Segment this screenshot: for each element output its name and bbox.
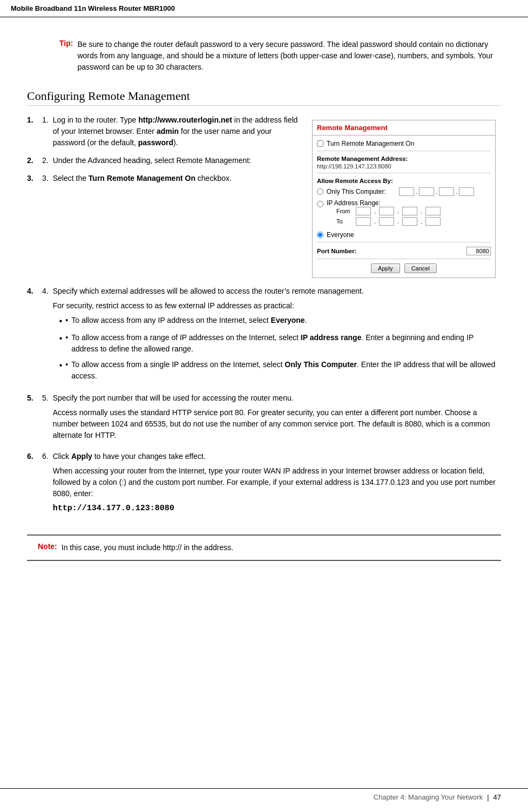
rm-access-label: Allow Remote Access By: (317, 178, 491, 184)
rm-from-ip3[interactable] (402, 207, 417, 215)
rm-only-this-row[interactable]: Only This Computer: . . . (317, 187, 491, 196)
bullet1-before: To allow access from any IP address on t… (71, 316, 270, 324)
bullet1-bold: Everyone (271, 316, 305, 324)
page-footer: Chapter 4: Managing Your Network | 47 (0, 788, 528, 801)
rm-checkbox[interactable] (317, 140, 323, 147)
rm-ip-range-row[interactable]: IP Address Range: From . . (317, 199, 491, 228)
rm-address-group: Remote Management Address: http://198.12… (317, 155, 491, 173)
rm-address-label: Remote Management Address: (317, 155, 491, 162)
step-2: 2. Under the Advanced heading, select Re… (27, 155, 301, 166)
step6-subtext: When accessing your router from the Inte… (53, 465, 501, 499)
step2-text: Under the Advanced heading, select Remot… (53, 156, 251, 165)
page-header: Mobile Broadband 11n Wireless Router MBR… (0, 0, 528, 17)
step6-text-end: to have your changes take effect. (92, 452, 206, 461)
rm-panel-title: Remote Management (313, 120, 495, 136)
rm-to-ip1[interactable] (356, 217, 371, 226)
rm-everyone-row[interactable]: Everyone (317, 231, 491, 242)
rm-ip3[interactable] (439, 187, 454, 196)
footer-separator: | (487, 793, 489, 801)
step-4: 4. Specify which external addresses will… (27, 286, 501, 386)
rm-checkbox-label: Turn Remote Management On (327, 140, 414, 147)
rm-ip4[interactable] (459, 187, 474, 196)
bullet-1: • To allow access from any IP address on… (59, 315, 501, 328)
step1-bold2: admin (157, 127, 179, 136)
step-1: 1. Log in to the router. Type http://www… (27, 114, 301, 148)
bullet1-end: . (305, 316, 307, 324)
step-3: 3. Select the Turn Remote Management On … (27, 173, 301, 184)
step5-text: Specify the port number that will be use… (53, 393, 501, 404)
tip-box: Tip: Be sure to change the router defaul… (59, 39, 501, 73)
step-6: 6. Click Apply to have your changes take… (27, 451, 501, 518)
bullet2-bold: IP address range (301, 333, 362, 342)
bullet2-before: To allow access from a range of IP addre… (71, 333, 301, 342)
note-label: Note: (38, 542, 57, 553)
rm-to-ip2[interactable] (379, 217, 394, 226)
bullet3-bold: Only This Computer (285, 360, 357, 369)
section-title: Configuring Remote Management (27, 89, 501, 106)
rm-everyone-label: Everyone (327, 231, 354, 239)
step1-bold3: password (138, 138, 173, 147)
rm-apply-button[interactable]: Apply (371, 263, 400, 273)
bullet-2: • To allow access from a range of IP add… (59, 332, 501, 355)
rm-to-ip3[interactable] (402, 217, 417, 226)
rm-to-ip4[interactable] (425, 217, 441, 226)
rm-ip1[interactable] (399, 187, 414, 196)
rm-checkbox-row[interactable]: Turn Remote Management On (317, 140, 491, 151)
tip-text: Be sure to change the router default pas… (77, 39, 501, 73)
rm-from-ip1[interactable] (356, 207, 371, 215)
step5-subtext: Access normally uses the standard HTTP s… (53, 407, 501, 441)
rm-buttons: Apply Cancel (317, 263, 491, 273)
rm-only-this-ip: . . . (399, 187, 474, 196)
rm-cancel-button[interactable]: Cancel (404, 263, 437, 273)
rm-to-label: To (336, 218, 353, 225)
step6-url: http://134.177.0.123:8080 (53, 503, 501, 515)
rm-address-value: http://198.129.147.123:8080 (317, 163, 491, 170)
footer-page: 47 (493, 793, 501, 801)
rm-ip-range-radio[interactable] (317, 201, 323, 207)
rm-port-input[interactable] (466, 247, 491, 255)
rm-access-section: Allow Remote Access By: Only This Comput… (317, 178, 491, 242)
step6-bold: Apply (71, 452, 92, 461)
step-5: 5. Specify the port number that will be … (27, 393, 501, 444)
step3-text-before: Select the (53, 174, 89, 182)
bullet-3: • To allow access from a single IP addre… (59, 359, 501, 382)
rm-from-ip2[interactable] (379, 207, 394, 215)
tip-label: Tip: (59, 39, 73, 73)
rm-everyone-radio[interactable] (317, 232, 323, 238)
step3-bold: Turn Remote Management On (89, 174, 195, 182)
step4-text: Specify which external addresses will be… (53, 286, 501, 297)
rm-only-this-label: Only This Computer: (327, 188, 386, 195)
step6-text-before: Click (53, 452, 71, 461)
rm-range-from: From . . . (336, 207, 441, 226)
bullet3-before: To allow access from a single IP address… (71, 360, 285, 369)
step3-text-end: checkbox. (195, 174, 232, 182)
rm-from-label: From (336, 208, 353, 214)
rm-port-row: Port Number: (317, 247, 491, 259)
step1-bold1: http://www.routerlogin.net (138, 116, 232, 124)
footer-chapter: Chapter 4: Managing Your Network (374, 793, 483, 801)
rm-port-label: Port Number: (317, 248, 356, 254)
rm-ip-range-label: IP Address Range: (327, 199, 381, 207)
step4-bullets: • To allow access from any IP address on… (53, 315, 501, 382)
rm-ip2[interactable] (419, 187, 434, 196)
remote-management-panel: Remote Management Turn Remote Management… (312, 120, 501, 278)
step1-text-end: ). (173, 138, 178, 147)
rm-from-ip4[interactable] (425, 207, 441, 215)
note-box: Note: In this case, you must include htt… (27, 534, 501, 561)
step4-subtext: For security, restrict access to as few … (53, 300, 501, 312)
note-text: In this case, you must include http:// i… (62, 542, 233, 553)
step1-text-before: Log in to the router. Type (53, 116, 139, 124)
rm-only-this-radio[interactable] (317, 188, 323, 195)
